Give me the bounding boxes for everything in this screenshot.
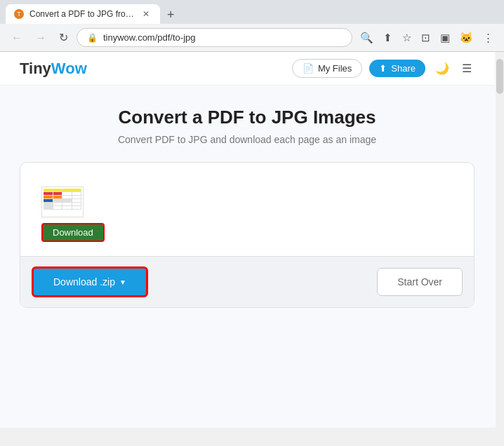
files-icon: 📄 [303, 63, 314, 74]
start-over-button[interactable]: Start Over [377, 268, 463, 296]
my-files-button[interactable]: 📄 My Files [292, 59, 362, 78]
main-area: Convert a PDF to JPG Images Convert PDF … [0, 86, 494, 322]
lock-icon: 🔒 [87, 33, 98, 43]
file-thumbnail [41, 187, 84, 217]
menu-icon-btn[interactable]: ⋮ [479, 29, 497, 47]
file-item: Download [41, 187, 453, 242]
back-button[interactable]: ← [7, 29, 27, 47]
reload-button[interactable]: ↻ [55, 28, 72, 47]
site-logo: TinyWow [20, 60, 87, 78]
share-button[interactable]: ⬆ Share [369, 60, 425, 77]
tab-title: Convert a PDF to JPG from a Sm… [29, 9, 135, 19]
search-icon-btn[interactable]: 🔍 [357, 29, 377, 47]
chevron-down-icon: ▼ [119, 278, 126, 287]
dark-mode-button[interactable]: 🌙 [432, 59, 452, 78]
page-content: TinyWow 📄 My Files ⬆ Share 🌙 ☰ Convert a… [0, 52, 504, 428]
site-header: TinyWow 📄 My Files ⬆ Share 🌙 ☰ [0, 52, 494, 86]
download-button[interactable]: Download [41, 223, 105, 242]
logo-wow: Wow [51, 60, 87, 77]
file-preview-area: Download [34, 180, 460, 256]
header-actions: 📄 My Files ⬆ Share 🌙 ☰ [292, 59, 475, 78]
address-bar[interactable]: 🔒 tinywow.com/pdf/to-jpg [77, 28, 352, 47]
url-text: tinywow.com/pdf/to-jpg [103, 32, 342, 43]
logo-tiny: Tiny [20, 60, 51, 77]
download-zip-button[interactable]: Download .zip ▼ [32, 266, 148, 297]
active-tab[interactable]: T Convert a PDF to JPG from a Sm… ✕ [6, 4, 160, 24]
share-icon: ⬆ [379, 63, 387, 74]
sidebar-icon-btn[interactable]: ▣ [437, 29, 453, 47]
action-bar: Download .zip ▼ Start Over [20, 256, 474, 307]
tab-favicon: T [14, 9, 24, 19]
spreadsheet-preview [44, 189, 81, 215]
page-title: Convert a PDF to JPG Images [20, 107, 475, 128]
page-subtitle: Convert PDF to JPG and download each pag… [20, 134, 475, 145]
forward-button[interactable]: → [31, 29, 51, 47]
cat-icon-btn[interactable]: 🐱 [456, 29, 477, 47]
star-icon-btn[interactable]: ☆ [399, 29, 415, 47]
content-card: Download Download .zip ▼ Start Over [20, 162, 475, 308]
new-tab-button[interactable]: + [161, 6, 180, 24]
nav-icon-group: 🔍 ⬆ ☆ ⊡ ▣ 🐱 ⋮ [357, 29, 497, 47]
cast-icon-btn[interactable]: ⊡ [418, 29, 434, 47]
hamburger-menu-button[interactable]: ☰ [459, 59, 475, 78]
share-icon-btn[interactable]: ⬆ [380, 29, 396, 47]
tab-close-button[interactable]: ✕ [140, 8, 152, 20]
